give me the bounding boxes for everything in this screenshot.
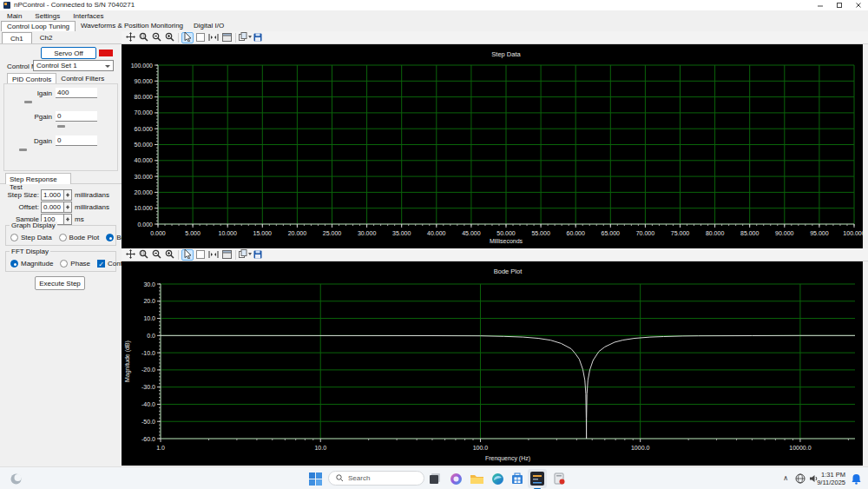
field-input-offset-[interactable] [41, 202, 64, 213]
annotation-box-tool[interactable] [194, 32, 207, 43]
channel-tab-ch1[interactable]: Ch1 [2, 32, 32, 43]
fit-horizontal-tool[interactable] [207, 32, 220, 43]
graph-display-group: Graph Display Step DataBode PlotBoth [5, 225, 116, 246]
plots-pane: 0.0005.00010.00015.00020.00025.00030.000… [122, 31, 868, 466]
zoom-region-tool[interactable] [137, 249, 149, 261]
tray-chevron-up-icon[interactable]: ∧ [783, 474, 788, 482]
cursor-tool-icon [184, 30, 192, 45]
fit-horizontal-tool[interactable] [207, 249, 220, 261]
gain-input-pgain[interactable] [56, 111, 97, 122]
pan-tool[interactable] [124, 32, 136, 43]
field-unit-0: milliradians [75, 191, 109, 199]
close-button[interactable] [851, 0, 866, 10]
menu-item-settings[interactable]: Settings [35, 12, 60, 20]
x-tick-label: 85.000 [740, 230, 760, 236]
tab-control-loop-tuning[interactable]: Control Loop Tuning [1, 21, 76, 31]
file-explorer-icon[interactable] [470, 472, 483, 486]
spinner-1[interactable] [64, 202, 72, 213]
servo-status-led [99, 50, 113, 56]
x-tick-label: 15.000 [253, 230, 273, 236]
widgets-weather-icon[interactable] [9, 472, 23, 486]
servo-button[interactable]: Servo Off [41, 47, 96, 59]
plot-title: Bode Plot [494, 268, 523, 275]
zoom-out-tool[interactable] [150, 32, 162, 43]
execute-step-button[interactable]: Execute Step [35, 276, 85, 290]
minimize-button[interactable] [812, 0, 828, 10]
menu-item-interfaces[interactable]: Interfaces [73, 12, 103, 20]
gain-input-dgain[interactable] [56, 135, 97, 146]
radio-both[interactable] [106, 234, 114, 241]
x-tick-label: 1.0 [156, 445, 165, 451]
zoom-region-tool-icon [139, 247, 148, 262]
pan-tool-icon [126, 247, 135, 262]
tray-clock[interactable]: 1:31 PM 9/11/2025 [817, 471, 845, 486]
field-input-step-size-[interactable] [41, 189, 64, 201]
radio-phase[interactable] [60, 260, 68, 268]
y-tick-label: 0.0 [147, 333, 155, 339]
y-tick-label: 100.000 [131, 63, 153, 69]
zoom-out-tool[interactable] [150, 249, 162, 261]
gain-slider-igain[interactable] [24, 101, 32, 103]
npcontrol-taskbar-button[interactable] [528, 469, 547, 488]
y-tick-label: 40.000 [135, 157, 154, 163]
radio-step-data[interactable] [10, 234, 18, 241]
x-tick-label: 75.000 [671, 230, 690, 236]
chevron-down-icon [105, 65, 110, 68]
control-mode-value: Control Set 1 [36, 62, 77, 69]
y-tick-label: 70.000 [135, 109, 154, 116]
maximize-button[interactable] [832, 0, 847, 10]
x-tick-label: 65.000 [602, 230, 621, 236]
spinner-2[interactable] [64, 214, 72, 225]
radio-bode-plot[interactable] [59, 234, 67, 241]
notification-bell-icon[interactable] [849, 472, 863, 486]
step-data-plot[interactable]: 0.0005.00010.00015.00020.00025.00030.000… [122, 44, 863, 248]
y-tick-label: -40.0 [141, 401, 155, 407]
search-placeholder: Search [348, 474, 370, 482]
annotation-box-tool-icon [196, 30, 205, 45]
window-title: nPControl - Connected to S/N 7040271 [14, 1, 135, 9]
y-tick-label: 20.0 [143, 298, 155, 304]
zoom-in-tool[interactable] [163, 249, 175, 261]
gain-label-dgain: Dgain [5, 137, 52, 145]
control-mode-select[interactable]: Control Set 1 [33, 60, 114, 71]
cursor-tool[interactable] [181, 249, 194, 261]
toolbar-separator [178, 33, 179, 43]
spinner-0[interactable] [64, 189, 72, 201]
x-tick-label: 95.000 [810, 230, 829, 236]
cursor-tool[interactable] [181, 32, 194, 43]
zoom-region-tool[interactable] [137, 32, 149, 43]
save-plot-tool[interactable] [252, 249, 264, 261]
edge-browser-icon[interactable] [490, 472, 504, 486]
copy-plot-tool[interactable] [239, 32, 251, 43]
menu-item-main[interactable]: Main [7, 12, 22, 20]
plot1-toolbar [122, 31, 868, 44]
y-tick-label: 10.000 [135, 205, 154, 211]
bode-plot[interactable]: 1.010.0100.01000.010000.030.020.010.00.0… [122, 261, 863, 466]
zoom-in-tool[interactable] [163, 32, 175, 43]
channel-tab-ch2[interactable]: Ch2 [32, 32, 61, 43]
copilot-icon[interactable] [449, 472, 463, 486]
y-tick-label: 10.0 [143, 315, 155, 321]
task-view-icon[interactable] [428, 472, 442, 486]
checkbox-control-filter[interactable]: ✓ [97, 260, 105, 268]
start-button[interactable] [308, 472, 322, 486]
pan-tool[interactable] [124, 249, 136, 261]
microsoft-store-icon[interactable] [510, 472, 524, 486]
annotation-box-tool[interactable] [194, 249, 207, 261]
window-titlebar: nPControl - Connected to S/N 7040271 [0, 0, 868, 10]
gain-input-igain[interactable] [56, 88, 97, 98]
plot-properties-tool[interactable] [220, 32, 233, 43]
radio-magnitude[interactable] [10, 260, 18, 268]
gain-slider-dgain[interactable] [19, 149, 27, 151]
gain-slider-pgain[interactable] [57, 125, 65, 128]
gain-label-igain: Igain [5, 89, 52, 97]
plot-properties-tool[interactable] [220, 249, 233, 261]
tray-network-icon[interactable] [794, 472, 806, 486]
y-tick-label: -60.0 [141, 436, 155, 442]
toolbar-separator [235, 33, 236, 43]
save-plot-tool[interactable] [252, 32, 264, 43]
fft-display-group: FFT Display MagnitudePhase✓Control Filte… [5, 251, 116, 272]
copy-plot-tool[interactable] [239, 249, 251, 261]
pinned-app-icon[interactable] [552, 472, 566, 486]
search-box[interactable]: Search [328, 471, 424, 486]
